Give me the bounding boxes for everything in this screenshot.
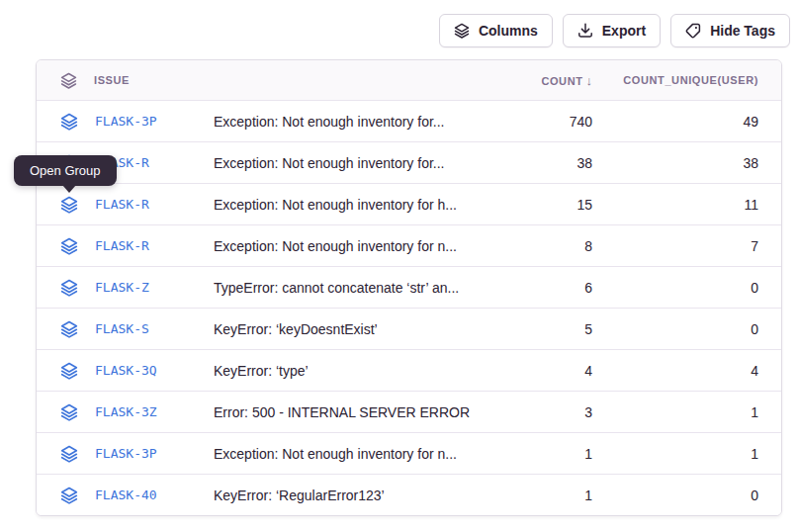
table-row[interactable]: FLASK-3Q KeyError: ‘type’ 4 4 <box>37 349 781 391</box>
count-unique-cell: 0 <box>592 488 781 503</box>
issue-title: KeyError: ‘type’ <box>214 363 484 379</box>
issue-link[interactable]: FLASK-R <box>95 197 149 212</box>
issue-link[interactable]: FLASK-Z <box>95 280 149 295</box>
count-cell: 3 <box>484 404 592 420</box>
count-unique-cell: 7 <box>592 238 781 254</box>
export-button-label: Export <box>602 23 646 39</box>
count-cell: 1 <box>484 488 592 503</box>
table-header-row: ISSUE COUNT↓ COUNT_UNIQUE(USER) <box>37 60 781 100</box>
open-group-icon[interactable] <box>60 196 78 214</box>
issue-title: Error: 500 - INTERNAL SERVER ERROR <box>214 404 484 420</box>
issue-cell: FLASK-Z <box>37 279 214 297</box>
stack-icon <box>454 23 470 39</box>
hide-tags-button-label: Hide Tags <box>710 23 775 39</box>
issue-title: Exception: Not enough inventory for... <box>214 114 484 130</box>
tag-icon <box>685 23 701 39</box>
issue-title: TypeError: cannot concatenate ‘str’ an..… <box>214 280 484 296</box>
issue-cell: FLASK-3Q <box>37 362 214 380</box>
table-row[interactable]: FLASK-3Z Error: 500 - INTERNAL SERVER ER… <box>37 391 781 432</box>
table-row[interactable]: FLASK-Z TypeError: cannot concatenate ‘s… <box>37 266 781 308</box>
issue-cell: FLASK-3P <box>37 113 214 131</box>
issue-title: Exception: Not enough inventory for n... <box>214 238 484 254</box>
issue-cell: FLASK-S <box>37 320 214 338</box>
issue-link[interactable]: FLASK-R <box>95 238 149 253</box>
table-row[interactable]: FLASK-R Exception: Not enough inventory … <box>37 224 781 266</box>
count-unique-cell: 11 <box>592 197 781 213</box>
issue-cell: FLASK-3P <box>37 445 214 463</box>
columns-button[interactable]: Columns <box>439 14 553 47</box>
issue-link[interactable]: FLASK-3P <box>95 446 157 461</box>
issue-title: KeyError: ‘keyDoesntExist’ <box>214 321 484 337</box>
header-count-label: COUNT <box>541 75 582 87</box>
open-group-icon[interactable] <box>60 487 78 504</box>
stack-icon <box>60 72 77 89</box>
count-unique-cell: 49 <box>592 114 781 130</box>
count-cell: 38 <box>484 155 592 171</box>
open-group-icon[interactable] <box>60 362 78 380</box>
issue-title: KeyError: ‘RegularError123’ <box>214 488 484 503</box>
download-icon <box>577 23 593 39</box>
count-cell: 5 <box>484 321 592 337</box>
count-unique-cell: 0 <box>592 280 781 296</box>
open-group-icon[interactable] <box>60 113 78 131</box>
issue-title: Exception: Not enough inventory for... <box>214 155 484 171</box>
header-issue-label: ISSUE <box>94 74 130 86</box>
count-unique-cell: 1 <box>592 446 781 462</box>
table-row[interactable]: FLASK-R Exception: Not enough inventory … <box>37 141 781 183</box>
issue-link[interactable]: FLASK-3Q <box>95 363 157 378</box>
issue-link[interactable]: FLASK-S <box>95 321 149 336</box>
table-row[interactable]: FLASK-40 KeyError: ‘RegularError123’ 1 0 <box>37 474 781 515</box>
issue-cell: FLASK-40 <box>37 487 214 504</box>
issue-title: Exception: Not enough inventory for n... <box>214 446 484 462</box>
table-row[interactable]: FLASK-S KeyError: ‘keyDoesntExist’ 5 0 <box>37 308 781 349</box>
count-cell: 6 <box>484 280 592 296</box>
issue-cell: FLASK-R <box>37 237 214 255</box>
open-group-icon[interactable] <box>60 279 78 297</box>
count-unique-cell: 4 <box>592 363 781 379</box>
open-group-icon[interactable] <box>60 320 78 338</box>
count-cell: 8 <box>484 238 592 254</box>
count-unique-cell: 0 <box>592 321 781 337</box>
count-unique-cell: 38 <box>592 155 781 171</box>
header-count[interactable]: COUNT↓ <box>484 73 592 88</box>
open-group-icon[interactable] <box>60 237 78 255</box>
export-button[interactable]: Export <box>563 14 661 47</box>
issue-link[interactable]: FLASK-3Z <box>95 404 157 419</box>
header-count-unique-label: COUNT_UNIQUE(USER) <box>623 74 758 86</box>
columns-button-label: Columns <box>479 23 538 39</box>
count-cell: 4 <box>484 363 592 379</box>
issue-cell: FLASK-R <box>37 196 214 214</box>
table-row[interactable]: FLASK-R Exception: Not enough inventory … <box>37 183 781 224</box>
hide-tags-button[interactable]: Hide Tags <box>670 14 790 47</box>
table-row[interactable]: FLASK-3P Exception: Not enough inventory… <box>37 432 781 474</box>
issue-cell: FLASK-3Z <box>37 403 214 421</box>
table-row[interactable]: FLASK-3P Exception: Not enough inventory… <box>37 100 781 141</box>
open-group-icon[interactable] <box>60 403 78 421</box>
tooltip-label: Open Group <box>30 163 101 178</box>
issue-link[interactable]: FLASK-3P <box>95 114 157 129</box>
header-issue[interactable]: ISSUE <box>37 72 214 89</box>
count-cell: 1 <box>484 446 592 462</box>
count-cell: 15 <box>484 197 592 213</box>
results-table: ISSUE COUNT↓ COUNT_UNIQUE(USER) FLASK-3P… <box>36 59 782 516</box>
count-cell: 740 <box>484 114 592 130</box>
issue-link[interactable]: FLASK-40 <box>95 488 157 502</box>
issue-title: Exception: Not enough inventory for h... <box>214 197 484 213</box>
header-count-unique[interactable]: COUNT_UNIQUE(USER) <box>592 74 781 86</box>
open-group-icon[interactable] <box>60 445 78 463</box>
count-unique-cell: 1 <box>592 404 781 420</box>
toolbar: Columns Export Hide Tags <box>439 14 790 47</box>
open-group-tooltip: Open Group <box>14 155 117 186</box>
